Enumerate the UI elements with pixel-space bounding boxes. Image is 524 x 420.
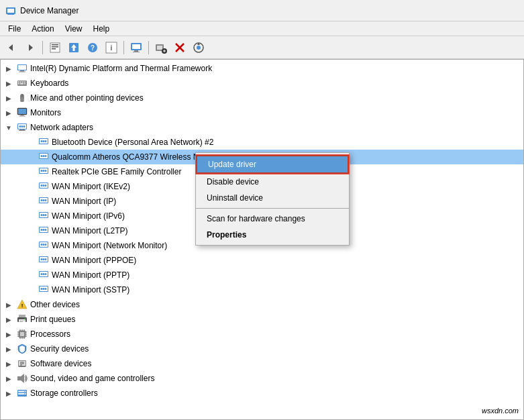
help-button[interactable]: ? <box>84 39 101 56</box>
expand-monitors[interactable]: ▶ <box>3 107 14 118</box>
separator-3 <box>148 41 149 54</box>
tree-item-bluetooth[interactable]: ▶ Bluetooth Device (Personal Area Networ… <box>1 135 523 150</box>
label-processors: Processors <box>30 329 70 339</box>
context-disable-device[interactable]: Disable device <box>196 174 349 190</box>
tree-item-mice[interactable]: ▶ Mice and other pointing devices <box>1 91 523 105</box>
icon-wan-pptp <box>38 270 49 280</box>
menu-help[interactable]: Help <box>88 23 115 35</box>
svg-rect-121 <box>20 332 24 336</box>
icon-intel <box>17 63 28 74</box>
label-print: Print queues <box>30 315 75 324</box>
menu-file[interactable]: File <box>3 23 26 35</box>
svg-rect-39 <box>24 82 25 83</box>
svg-point-94 <box>41 244 43 246</box>
icon-wan-l2tp <box>38 225 49 236</box>
storage-icon <box>17 388 28 399</box>
svg-rect-136 <box>19 366 25 367</box>
svg-rect-52 <box>19 129 25 130</box>
context-scan-changes[interactable]: Scan for hardware changes <box>196 211 349 227</box>
tree-item-processors[interactable]: ▶ Proces <box>1 327 523 342</box>
expand-other[interactable]: ▶ <box>3 299 14 310</box>
keyboard-icon <box>17 78 28 89</box>
expand-network[interactable]: ▼ <box>3 122 14 133</box>
tree-item-network[interactable]: ▼ Network adapters <box>1 120 523 135</box>
svg-point-96 <box>45 244 47 246</box>
tree-item-monitors[interactable]: ▶ Monitors <box>1 105 523 120</box>
icon-wan-ikev2 <box>38 181 49 192</box>
forward-button[interactable] <box>21 39 39 56</box>
svg-rect-38 <box>22 82 23 83</box>
svg-rect-36 <box>18 82 19 83</box>
processor-icon <box>17 329 28 339</box>
tree-item-intel[interactable]: ▶ Intel(R) Dynamic Platform and Thermal … <box>1 61 523 76</box>
svg-point-71 <box>45 170 47 172</box>
svg-point-56 <box>23 125 25 127</box>
svg-point-74 <box>41 185 43 187</box>
expand-mice[interactable]: ▶ <box>3 93 14 103</box>
svg-rect-8 <box>52 46 58 48</box>
icon-software-devices <box>17 358 28 369</box>
svg-rect-47 <box>18 109 26 114</box>
label-other: Other devices <box>30 300 80 309</box>
wireless-adapter-icon <box>38 152 49 162</box>
tree-item-keyboards[interactable]: ▶ Keyboards <box>1 76 523 91</box>
svg-point-70 <box>43 170 45 172</box>
svg-rect-18 <box>134 50 138 52</box>
menu-view[interactable]: View <box>60 23 88 35</box>
context-update-driver[interactable]: Update driver <box>196 155 349 174</box>
svg-point-85 <box>43 214 45 216</box>
tree-item-wan-pppoe[interactable]: ▶ WAN Miniport (PPPOE) <box>1 253 523 268</box>
context-uninstall-device[interactable]: Uninstall device <box>196 190 349 206</box>
update-driver-button[interactable] <box>65 39 83 56</box>
ethernet-icon <box>38 166 49 177</box>
svg-rect-49 <box>19 116 25 117</box>
svg-rect-41 <box>20 83 23 85</box>
watermark: wsxdn.com <box>482 407 519 415</box>
tree-item-sound[interactable]: ▶ Sound, video and game controllers <box>1 371 523 386</box>
add-device-button[interactable] <box>152 39 170 56</box>
svg-point-79 <box>41 199 43 201</box>
svg-rect-48 <box>21 115 24 116</box>
svg-rect-118 <box>19 321 23 322</box>
svg-rect-34 <box>19 72 25 72</box>
menu-bar: File Action View Help <box>0 21 524 36</box>
label-wan-l2tp: WAN Miniport (L2TP) <box>52 226 128 235</box>
software-icon <box>17 358 28 369</box>
properties-button[interactable] <box>46 39 64 56</box>
scan-button[interactable] <box>190 39 207 56</box>
svg-point-65 <box>43 155 45 157</box>
toolbar: ? i <box>0 36 524 59</box>
icon-bluetooth <box>38 137 49 148</box>
tree-item-storage[interactable]: ▶ Storage controllers <box>1 386 523 401</box>
title-bar-title: Device Manager <box>20 6 78 15</box>
display-button[interactable] <box>127 39 145 56</box>
label-intel: Intel(R) Dynamic Platform and Thermal Fr… <box>30 64 212 73</box>
label-mice: Mice and other pointing devices <box>30 93 144 103</box>
about-button[interactable]: i <box>103 39 120 56</box>
svg-point-101 <box>45 258 47 260</box>
context-menu: Update driver Disable device Uninstall d… <box>195 152 350 246</box>
tree-item-wan-pptp[interactable]: ▶ WAN Miniport (PPTP) <box>1 268 523 282</box>
network-icon <box>17 122 28 133</box>
expand-keyboards[interactable]: ▶ <box>3 78 14 89</box>
mouse-icon <box>17 93 28 103</box>
expand-processors[interactable]: ▶ <box>3 329 14 339</box>
tree-item-security[interactable]: ▶ Security devices <box>1 342 523 356</box>
expand-sound[interactable]: ▶ <box>3 373 14 384</box>
expand-security[interactable]: ▶ <box>3 344 14 354</box>
expand-software[interactable]: ▶ <box>3 358 14 369</box>
tree-item-print[interactable]: ▶ Print queues <box>1 312 523 327</box>
expand-storage[interactable]: ▶ <box>3 388 14 399</box>
tree-item-wan-sstp[interactable]: ▶ WAN Miniport (SSTP) <box>1 282 523 297</box>
back-button[interactable] <box>3 39 20 56</box>
remove-button[interactable] <box>171 39 189 56</box>
context-properties[interactable]: Properties <box>196 227 349 243</box>
expand-print[interactable]: ▶ <box>3 314 14 325</box>
menu-action[interactable]: Action <box>26 23 59 35</box>
tree-item-other[interactable]: ▶ ! Other devices <box>1 297 523 312</box>
tree-item-software[interactable]: ▶ Software devices <box>1 356 523 371</box>
expand-intel[interactable]: ▶ <box>3 63 14 74</box>
label-network: Network adapters <box>30 123 93 132</box>
icon-mice <box>17 93 28 103</box>
forward-icon <box>25 42 36 53</box>
